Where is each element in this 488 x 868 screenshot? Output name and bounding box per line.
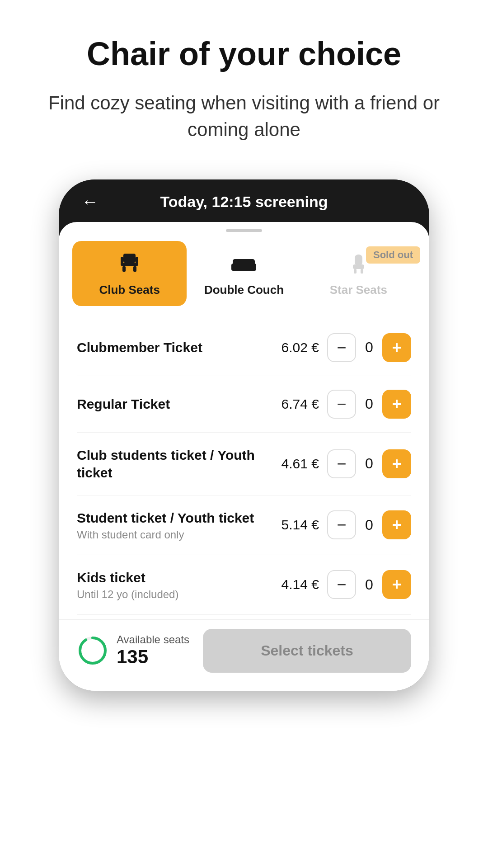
svg-rect-0 (123, 254, 136, 263)
qty-minus-kids[interactable]: − (327, 570, 356, 599)
select-tickets-button[interactable]: Select tickets (203, 629, 411, 673)
double-couch-icon (229, 250, 258, 278)
qty-control-club-students: − 0 + (327, 449, 411, 478)
qty-control-clubmember: − 0 + (327, 333, 411, 362)
svg-rect-9 (233, 267, 255, 271)
page-title: Chair of your choice (27, 36, 461, 72)
qty-control-regular: − 0 + (327, 390, 411, 419)
ticket-price-qty-kids: 4.14 € − 0 + (269, 570, 411, 599)
qty-value-kids: 0 (362, 576, 376, 593)
ticket-price-qty-clubmember: 6.02 € − 0 + (269, 333, 411, 362)
qty-plus-student-youth[interactable]: + (382, 510, 411, 539)
ticket-info-clubmember: Clubmember Ticket (77, 339, 269, 356)
phone-content: Club Seats Double Couch Sold out (59, 222, 429, 691)
available-seats-count: 135 (117, 646, 189, 668)
double-couch-label: Double Couch (204, 283, 284, 297)
tab-star-seats[interactable]: Sold out Star Seats (301, 241, 416, 306)
ticket-row-kids: Kids ticket Until 12 yo (included) 4.14 … (77, 555, 411, 615)
qty-value-clubmember: 0 (362, 339, 376, 356)
svg-rect-2 (122, 266, 126, 272)
ticket-name-student-youth: Student ticket / Youth ticket (77, 509, 269, 527)
available-seats-label: Available seats (117, 633, 189, 646)
sold-out-badge: Sold out (366, 246, 420, 264)
ticket-price-clubmember: 6.02 € (269, 340, 319, 355)
seats-progress-icon (77, 635, 108, 666)
phone-mockup: ← Today, 12:15 screening (59, 179, 429, 691)
ticket-name-kids: Kids ticket (77, 569, 269, 586)
available-seats: Available seats 135 (77, 633, 189, 668)
club-seats-icon (117, 250, 142, 278)
svg-rect-13 (361, 269, 363, 274)
ticket-price-student-youth: 5.14 € (269, 517, 319, 533)
ticket-note-kids: Until 12 yo (included) (77, 588, 269, 601)
svg-rect-5 (136, 257, 138, 266)
qty-control-kids: − 0 + (327, 570, 411, 599)
star-seats-label: Star Seats (330, 283, 387, 297)
ticket-price-qty-student-youth: 5.14 € − 0 + (269, 510, 411, 539)
page-header: Chair of your choice Find cozy seating w… (0, 0, 488, 161)
qty-plus-kids[interactable]: + (382, 570, 411, 599)
qty-minus-student-youth[interactable]: − (327, 510, 356, 539)
ticket-row-clubmember: Clubmember Ticket 6.02 € − 0 + (77, 320, 411, 376)
seat-tabs: Club Seats Double Couch Sold out (59, 241, 429, 306)
qty-minus-clubmember[interactable]: − (327, 333, 356, 362)
ticket-row-club-students: Club students ticket / Youth ticket 4.61… (77, 433, 411, 495)
back-button[interactable]: ← (81, 192, 99, 212)
svg-rect-12 (354, 269, 357, 274)
qty-value-club-students: 0 (362, 455, 376, 472)
ticket-info-student-youth: Student ticket / Youth ticket With stude… (77, 509, 269, 541)
ticket-name-club-students: Club students ticket / Youth ticket (77, 446, 269, 481)
svg-point-15 (80, 638, 105, 663)
ticket-price-qty-club-students: 4.61 € − 0 + (269, 449, 411, 478)
ticket-name-regular: Regular Ticket (77, 395, 269, 413)
phone-header: ← Today, 12:15 screening (59, 179, 429, 222)
svg-rect-6 (233, 259, 255, 267)
qty-control-student-youth: − 0 + (327, 510, 411, 539)
qty-plus-club-students[interactable]: + (382, 449, 411, 478)
svg-rect-11 (353, 264, 364, 269)
ticket-price-club-students: 4.61 € (269, 456, 319, 472)
club-seats-label: Club Seats (99, 283, 160, 297)
ticket-row-student-youth: Student ticket / Youth ticket With stude… (77, 495, 411, 555)
ticket-row-regular: Regular Ticket 6.74 € − 0 + (77, 376, 411, 433)
phone-footer: Available seats 135 Select tickets (59, 619, 429, 691)
screening-title: Today, 12:15 screening (160, 193, 328, 211)
qty-plus-regular[interactable]: + (382, 390, 411, 419)
tab-club-seats[interactable]: Club Seats (72, 241, 187, 306)
ticket-info-regular: Regular Ticket (77, 395, 269, 413)
svg-rect-10 (355, 255, 362, 266)
svg-rect-3 (133, 266, 136, 272)
qty-minus-regular[interactable]: − (327, 390, 356, 419)
ticket-price-kids: 4.14 € (269, 577, 319, 592)
ticket-info-club-students: Club students ticket / Youth ticket (77, 446, 269, 481)
tab-double-couch[interactable]: Double Couch (187, 241, 301, 306)
qty-plus-clubmember[interactable]: + (382, 333, 411, 362)
ticket-info-kids: Kids ticket Until 12 yo (included) (77, 569, 269, 601)
drag-handle (226, 229, 262, 232)
svg-rect-4 (121, 257, 123, 266)
ticket-price-regular: 6.74 € (269, 396, 319, 412)
qty-value-student-youth: 0 (362, 517, 376, 533)
tickets-list: Clubmember Ticket 6.02 € − 0 + Regular T… (59, 315, 429, 619)
ticket-name-clubmember: Clubmember Ticket (77, 339, 269, 356)
ticket-price-qty-regular: 6.74 € − 0 + (269, 390, 411, 419)
svg-rect-1 (121, 263, 138, 266)
qty-value-regular: 0 (362, 396, 376, 412)
page-subtitle: Find cozy seating when visiting with a f… (27, 90, 461, 143)
seats-info: Available seats 135 (117, 633, 189, 668)
ticket-note-student-youth: With student card only (77, 528, 269, 541)
qty-minus-club-students[interactable]: − (327, 449, 356, 478)
